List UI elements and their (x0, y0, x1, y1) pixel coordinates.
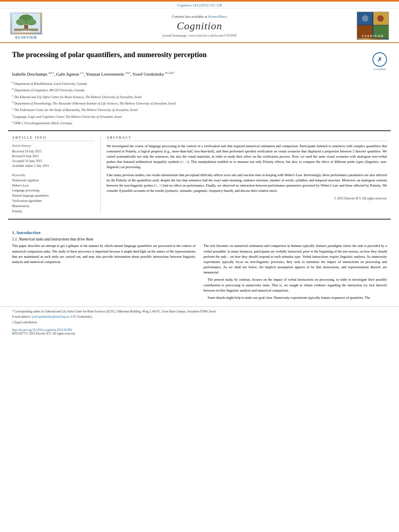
body-section: 1. Introduction 1.1. Numerical tasks and… (0, 220, 399, 241)
available-date: Available online 2 July 2015 (12, 164, 94, 168)
authors-line: Isabelle Deschamps a,b,1, Galit Agmon c,… (12, 71, 387, 78)
cognition-logo: COGNITION (355, 12, 391, 40)
keyword-3: Language processing (12, 188, 94, 193)
article-info-label: ARTICLE INFO (12, 136, 94, 141)
doi-line: Cognition 143 (2015) 115–128 (0, 2, 399, 8)
body-para-1: This paper describes an attempt to get a… (12, 243, 195, 265)
body-two-col: This paper describes an attempt to get a… (0, 243, 399, 302)
article-meta-section: ARTICLE INFO Article history: Received 2… (0, 131, 399, 214)
affiliation-c: c The Edmond and Lily Safra Center for B… (12, 94, 387, 100)
keywords-label: Keywords: (12, 173, 94, 177)
article-history: Article history: Received 24 July 2013 R… (12, 144, 94, 168)
journal-url: journal homepage: www.elsevier.com/locat… (52, 33, 347, 37)
body-left-col: This paper describes an attempt to get a… (12, 243, 195, 302)
affiliation-b: b Department of Linguistics, McGill Univ… (12, 87, 387, 93)
doi-text: Cognition 143 (2015) 115–128 (177, 3, 222, 7)
email-link[interactable]: yosef.grodzinsky@mail.huji.ac.il (32, 315, 72, 318)
body-right-text: The rich literature on numerical estimat… (204, 243, 387, 300)
doi-link[interactable]: http://dx.doi.org/10.1016/j.cognition.20… (12, 328, 72, 332)
contents-line: Contents lists available at ScienceDirec… (52, 14, 347, 18)
footnotes: * Corresponding author at: Edmond and Li… (0, 306, 399, 325)
keyword-5: Verification algorithms (12, 199, 94, 204)
svg-point-2 (16, 19, 26, 25)
subsection-1-1-heading: 1.1. Numerical tasks and instructions th… (12, 237, 387, 241)
issn-line: 0010-0277/© 2015 Elsevier B.V. All right… (12, 332, 387, 335)
copyright-line: © 2015 Elsevier B.V. All rights reserved… (107, 197, 387, 200)
author-4: Yosef Grodzinsky b,c,f,g,* (132, 72, 175, 76)
accepted-date: Accepted 16 June 2015 (12, 159, 94, 164)
cognition-logo-svg: COGNITION (357, 12, 389, 38)
body-left-text: This paper describes an attempt to get a… (12, 243, 195, 265)
affiliation-f: f Language, Logic and Cognition Center, … (12, 113, 387, 119)
elsevier-logo: ELSEVIER ELSEVIER (8, 12, 44, 39)
affiliation-d: d Department of Neurobiology, The Alexan… (12, 100, 387, 106)
article-info-column: ARTICLE INFO Article history: Received 2… (12, 136, 101, 214)
crossmark: ✗ CrossMark (372, 52, 387, 71)
svg-point-3 (27, 19, 36, 25)
revised-date: Revised 8 June 2015 (12, 154, 94, 159)
crossmark-label: CrossMark (372, 68, 387, 71)
journal-title: Cognition (52, 20, 347, 32)
body-para-right-1: The rich literature on numerical estimat… (204, 243, 387, 275)
body-para-right-2: The present study, by contrast, focuses … (204, 277, 387, 293)
elsevier-logo-svg: ELSEVIER (12, 13, 40, 33)
svg-point-13 (377, 15, 384, 22)
elsevier-text: ELSEVIER (15, 35, 37, 39)
svg-point-12 (362, 15, 368, 22)
footnote-corresponding-text: * Corresponding author at: Edmond and Li… (12, 310, 216, 313)
affiliation-a: a Department of Rehabilitation, Laval Un… (12, 80, 387, 86)
cognition-logo-image: COGNITION (357, 12, 389, 40)
section-1-heading: 1. Introduction (12, 230, 387, 235)
email-label: E-mail address: (12, 315, 31, 318)
body-right-col: The rich literature on numerical estimat… (204, 243, 387, 302)
affiliation-g: g INM-1, Forschungszentrum Jülich, Germa… (12, 120, 387, 126)
body-para-right-3: Some details might help to make our goal… (204, 295, 387, 300)
svg-text:ELSEVIER: ELSEVIER (21, 30, 31, 33)
email-suffix: (Y. Grodzinsky). (72, 315, 93, 318)
author-2: Galit Agmon c,1 (56, 72, 84, 76)
keyword-4: Natural language quantifiers (12, 193, 94, 199)
keyword-6: Monotonicity (12, 204, 94, 209)
footnote-corresponding: * Corresponding author at: Edmond and Li… (12, 309, 387, 314)
crossmark-icon: ✗ (372, 52, 387, 67)
author-3: Yonatan Loewenstein c,d,e (86, 72, 130, 76)
abstract-label: ABSTRACT (107, 136, 387, 141)
footnote-email: E-mail address: yosef.grodzinsky@mail.hu… (12, 314, 387, 319)
footnote-equal-contrib: 1 Equal contribution. (12, 320, 387, 325)
journal-center: Contents lists available at ScienceDirec… (44, 14, 355, 37)
elsevier-logo-image: ELSEVIER (10, 12, 42, 35)
paper-section: The processing of polar quantifiers, and… (0, 43, 399, 126)
contents-prefix: Contents lists available at (172, 14, 208, 18)
svg-text:COGNITION: COGNITION (362, 35, 384, 37)
author-1: Isabelle Deschamps a,b,1 (12, 72, 54, 76)
received-date: Received 24 July 2013 (12, 149, 94, 154)
journal-header: ELSEVIER ELSEVIER Contents lists availab… (0, 8, 399, 43)
keyword-1: Numerical cognition (12, 178, 94, 183)
abstract-text: We investigated the course of language p… (107, 144, 387, 194)
abstract-para-2: Like many previous studies, our results … (107, 173, 387, 194)
abstract-column: ABSTRACT We investigated the course of l… (101, 136, 387, 214)
affiliations: a Department of Rehabilitation, Laval Un… (12, 80, 387, 126)
keywords-section: Keywords: Numerical cognition Weber's La… (12, 173, 94, 214)
doi-link-line: http://dx.doi.org/10.1016/j.cognition.20… (12, 328, 387, 332)
abstract-para-1: We investigated the course of language p… (107, 144, 387, 170)
sciencedirect-link[interactable]: ScienceDirect (208, 14, 227, 18)
keyword-7: Polarity (12, 209, 94, 214)
keyword-2: Weber's Law (12, 183, 94, 189)
history-label: Article history: (12, 144, 94, 148)
paper-title: The processing of polar quantifiers, and… (12, 50, 368, 60)
bottom-bar: http://dx.doi.org/10.1016/j.cognition.20… (0, 327, 399, 337)
affiliation-e: e The Federmann Center for the Study of … (12, 107, 387, 113)
